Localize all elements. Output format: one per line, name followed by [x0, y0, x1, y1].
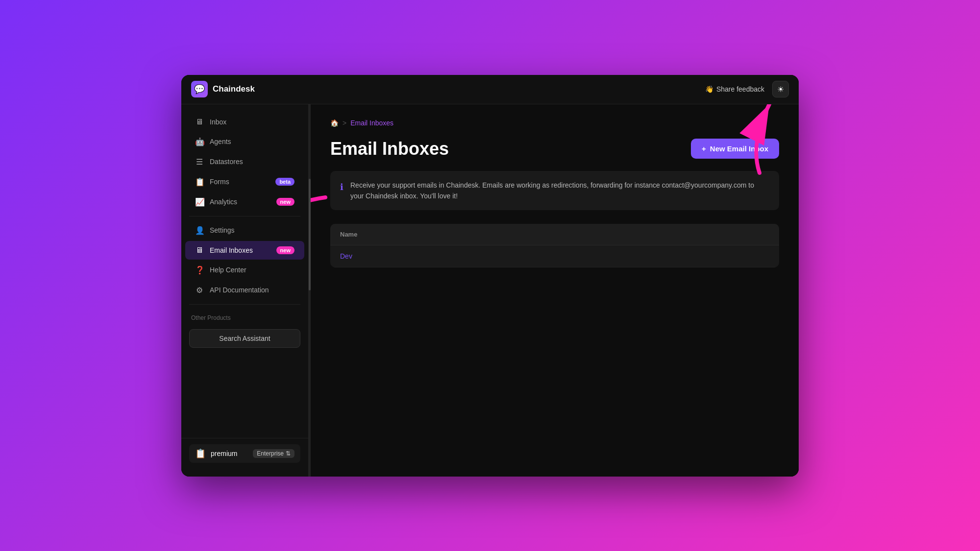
new-email-inbox-button[interactable]: + New Email Inbox [691, 139, 779, 159]
header-actions: 👋 Share feedback ☀ [705, 81, 789, 97]
agents-icon: 🤖 [195, 137, 204, 146]
plan-name: premium [211, 450, 237, 457]
plan-tier-label: Enterprise [257, 450, 284, 457]
page-title: Email Inboxes [330, 139, 449, 159]
info-icon: ℹ [340, 180, 343, 194]
other-products-label: Other Products [181, 311, 308, 325]
sidebar-label-email-inboxes: Email Inboxes [210, 246, 253, 254]
sidebar-item-datastores[interactable]: ☰ Datastores [185, 152, 304, 171]
plan-icon: 📋 [195, 448, 206, 459]
new-inbox-label: New Email Inbox [710, 144, 768, 153]
breadcrumb-current: Email Inboxes [350, 119, 393, 127]
sidebar-item-api-docs[interactable]: ⚙ API Documentation [185, 281, 304, 300]
sidebar-label-forms: Forms [210, 178, 229, 186]
sidebar-label-datastores: Datastores [210, 158, 243, 166]
sidebar-item-forms[interactable]: 📋 Forms beta [185, 172, 304, 192]
info-box: ℹ Receive your support emails in Chainde… [330, 171, 779, 211]
plan-row[interactable]: 📋 premium Enterprise ⇅ [189, 444, 300, 463]
sidebar-label-help-center: Help Center [210, 266, 246, 274]
analytics-icon: 📈 [195, 197, 204, 207]
datastores-icon: ☰ [195, 157, 204, 167]
email-inboxes-badge: new [276, 246, 294, 254]
page-header: Email Inboxes + New Email Inbox [330, 139, 779, 159]
search-assistant-label: Search Assistant [219, 335, 270, 342]
sidebar-item-agents[interactable]: 🤖 Agents [185, 132, 304, 151]
breadcrumb: 🏠 > Email Inboxes [330, 119, 779, 127]
forms-badge: beta [275, 178, 294, 186]
sidebar-label-inbox: Inbox [210, 118, 226, 126]
analytics-badge: new [276, 198, 294, 206]
sidebar-item-analytics[interactable]: 📈 Analytics new [185, 192, 304, 212]
plus-icon: + [702, 144, 706, 153]
inbox-icon: 🖥 [195, 118, 204, 126]
table-row[interactable]: Dev [330, 245, 779, 267]
header: 💬 Chaindesk 👋 Share feedback ☀ [181, 75, 799, 104]
body: 🖥 Inbox 🤖 Agents ☰ Datastores 📋 Forms be… [181, 104, 799, 477]
inbox-name: Dev [340, 252, 352, 260]
sidebar-item-help-center[interactable]: ❓ Help Center [185, 261, 304, 280]
sidebar-divider-1 [189, 216, 300, 216]
wave-icon: 👋 [705, 85, 713, 93]
sidebar-item-inbox[interactable]: 🖥 Inbox [185, 113, 304, 131]
app-name: Chaindesk [213, 84, 255, 94]
sidebar-divider-2 [189, 304, 300, 305]
logo: 💬 Chaindesk [191, 81, 255, 97]
info-text: Receive your support emails in Chaindesk… [350, 180, 769, 202]
sun-icon: ☀ [777, 85, 784, 94]
email-inboxes-table: Name Dev [330, 224, 779, 267]
forms-icon: 📋 [195, 177, 204, 187]
breadcrumb-sep: > [343, 119, 346, 127]
email-inboxes-icon: 🖥 [195, 246, 204, 255]
theme-toggle-button[interactable]: ☀ [772, 81, 789, 97]
app-window: 💬 Chaindesk 👋 Share feedback ☀ 🖥 Inbox 🤖 [181, 75, 799, 477]
sidebar-label-agents: Agents [210, 138, 231, 145]
settings-icon: 👤 [195, 226, 204, 235]
table-header-name: Name [330, 224, 779, 245]
share-feedback-button[interactable]: 👋 Share feedback [705, 85, 764, 93]
sidebar-label-api-docs: API Documentation [210, 286, 269, 294]
sidebar-item-email-inboxes[interactable]: 🖥 Email Inboxes new [185, 241, 304, 260]
help-icon: ❓ [195, 265, 204, 275]
sidebar-item-settings[interactable]: 👤 Settings [185, 221, 304, 240]
api-icon: ⚙ [195, 286, 204, 295]
sidebar: 🖥 Inbox 🤖 Agents ☰ Datastores 📋 Forms be… [181, 104, 309, 477]
home-icon: 🏠 [330, 119, 339, 127]
sidebar-footer: 📋 premium Enterprise ⇅ [181, 438, 308, 469]
search-assistant-button[interactable]: Search Assistant [189, 329, 300, 348]
sidebar-label-analytics: Analytics [210, 198, 237, 206]
main-content: 🏠 > Email Inboxes Email Inboxes + New Em… [311, 104, 799, 477]
plan-tier: Enterprise ⇅ [253, 449, 294, 458]
share-feedback-label: Share feedback [716, 85, 764, 93]
sidebar-label-settings: Settings [210, 226, 235, 234]
logo-icon: 💬 [191, 81, 208, 97]
plan-chevron-icon: ⇅ [286, 450, 291, 457]
